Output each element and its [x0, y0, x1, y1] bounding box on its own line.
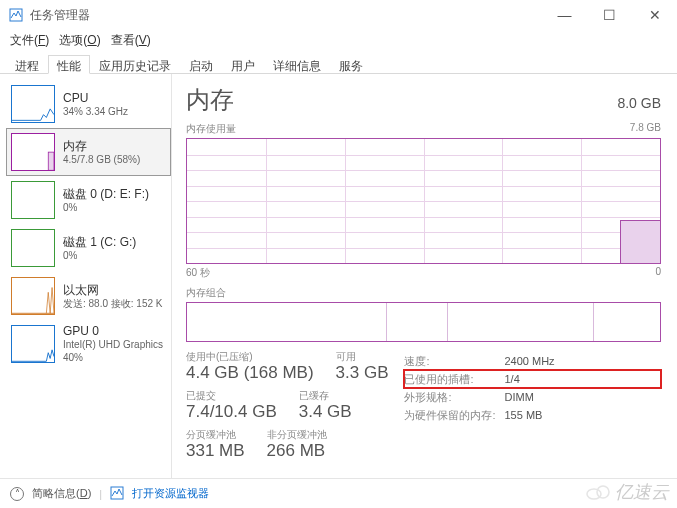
eth-thumb-chart	[11, 277, 55, 315]
page-title: 内存	[186, 84, 234, 116]
spec-form: 外形规格:DIMM	[404, 388, 661, 406]
memory-thumb-chart	[11, 133, 55, 171]
tab-users[interactable]: 用户	[222, 55, 264, 74]
inuse-value: 4.4 GB (168 MB)	[186, 363, 314, 383]
fewer-details-button[interactable]: 简略信息(D)	[32, 486, 91, 501]
stats-area: 使用中(已压缩) 4.4 GB (168 MB) 可用 3.3 GB 已提交 7…	[186, 350, 661, 467]
resmon-icon	[110, 486, 124, 502]
tab-details[interactable]: 详细信息	[264, 55, 330, 74]
sidebar-item-memory[interactable]: 内存 4.5/7.8 GB (58%)	[6, 128, 171, 176]
paged-value: 331 MB	[186, 441, 245, 461]
sidebar-disk1-label: 磁盘 1 (C: G:)	[63, 235, 136, 249]
sidebar-disk0-label: 磁盘 0 (D: E: F:)	[63, 187, 149, 201]
minimize-button[interactable]: —	[542, 0, 587, 30]
sidebar-item-disk1[interactable]: 磁盘 1 (C: G:) 0%	[6, 224, 171, 272]
sidebar-item-cpu[interactable]: CPU 34% 3.34 GHz	[6, 80, 171, 128]
tab-services[interactable]: 服务	[330, 55, 372, 74]
inuse-label: 使用中(已压缩)	[186, 350, 314, 363]
time-axis-left: 60 秒	[186, 266, 210, 280]
tab-app-history[interactable]: 应用历史记录	[90, 55, 180, 74]
sidebar-cpu-label: CPU	[63, 91, 128, 105]
menu-file[interactable]: 文件(F)	[6, 31, 53, 50]
memory-total: 8.0 GB	[617, 95, 661, 111]
tab-performance[interactable]: 性能	[48, 55, 90, 74]
sidebar-gpu-sub: Intel(R) UHD Graphics	[63, 338, 163, 351]
tm-icon	[8, 7, 24, 23]
content: CPU 34% 3.34 GHz 内存 4.5/7.8 GB (58%) 磁盘 …	[0, 74, 677, 478]
sidebar-eth-sub: 发送: 88.0 接收: 152 K	[63, 297, 163, 310]
memory-composition-chart[interactable]	[186, 302, 661, 342]
gpu-thumb-chart	[11, 325, 55, 363]
cpu-thumb-chart	[11, 85, 55, 123]
tab-processes[interactable]: 进程	[6, 55, 48, 74]
tab-bar: 进程 性能 应用历史记录 启动 用户 详细信息 服务	[0, 50, 677, 74]
spec-reserved: 为硬件保留的内存:155 MB	[404, 406, 661, 424]
slot-modified	[387, 303, 448, 341]
cached-value: 3.4 GB	[299, 402, 352, 422]
spec-speed: 速度:2400 MHz	[404, 352, 661, 370]
menu-options[interactable]: 选项(O)	[55, 31, 104, 50]
commit-value: 7.4/10.4 GB	[186, 402, 277, 422]
paged-label: 分页缓冲池	[186, 428, 245, 441]
sidebar-gpu-label: GPU 0	[63, 324, 163, 338]
sidebar-gpu-sub2: 40%	[63, 351, 163, 364]
disk1-thumb-chart	[11, 229, 55, 267]
svg-rect-1	[48, 152, 54, 170]
spec-slots: 已使用的插槽:1/4	[404, 370, 661, 388]
cached-label: 已缓存	[299, 389, 352, 402]
sidebar-disk0-sub: 0%	[63, 201, 149, 214]
chart-slots-label: 内存组合	[186, 286, 226, 300]
avail-value: 3.3 GB	[336, 363, 389, 383]
slot-free	[594, 303, 660, 341]
sidebar-item-disk0[interactable]: 磁盘 0 (D: E: F:) 0%	[6, 176, 171, 224]
footer: ˄ 简略信息(D) | 打开资源监视器	[0, 478, 677, 508]
chart-usage-max: 7.8 GB	[630, 122, 661, 136]
sidebar-item-ethernet[interactable]: 以太网 发送: 88.0 接收: 152 K	[6, 272, 171, 320]
close-button[interactable]: ✕	[632, 0, 677, 30]
slot-standby	[448, 303, 594, 341]
disk0-thumb-chart	[11, 181, 55, 219]
menu-view[interactable]: 查看(V)	[107, 31, 155, 50]
window-title: 任务管理器	[30, 7, 542, 24]
time-axis-right: 0	[655, 266, 661, 280]
sidebar-cpu-sub: 34% 3.34 GHz	[63, 105, 128, 118]
memory-usage-chart[interactable]	[186, 138, 661, 264]
menu-bar: 文件(F) 选项(O) 查看(V)	[0, 30, 677, 50]
nonpaged-value: 266 MB	[267, 441, 327, 461]
title-bar: 任务管理器 — ☐ ✕	[0, 0, 677, 30]
sidebar-eth-label: 以太网	[63, 283, 163, 297]
open-resmon-link[interactable]: 打开资源监视器	[132, 486, 209, 501]
maximize-button[interactable]: ☐	[587, 0, 632, 30]
sidebar: CPU 34% 3.34 GHz 内存 4.5/7.8 GB (58%) 磁盘 …	[0, 74, 172, 478]
sidebar-item-gpu0[interactable]: GPU 0 Intel(R) UHD Graphics 40%	[6, 320, 171, 368]
sidebar-mem-label: 内存	[63, 139, 140, 153]
sidebar-disk1-sub: 0%	[63, 249, 136, 262]
sidebar-mem-sub: 4.5/7.8 GB (58%)	[63, 153, 140, 166]
avail-label: 可用	[336, 350, 389, 363]
main-panel: 内存 8.0 GB 内存使用量 7.8 GB 60 秒 0 内存组	[172, 74, 677, 478]
nonpaged-label: 非分页缓冲池	[267, 428, 327, 441]
chevron-up-icon[interactable]: ˄	[10, 487, 24, 501]
tab-startup[interactable]: 启动	[180, 55, 222, 74]
window-buttons: — ☐ ✕	[542, 0, 677, 30]
commit-label: 已提交	[186, 389, 277, 402]
chart-usage-label: 内存使用量	[186, 122, 236, 136]
slot-inuse	[187, 303, 387, 341]
